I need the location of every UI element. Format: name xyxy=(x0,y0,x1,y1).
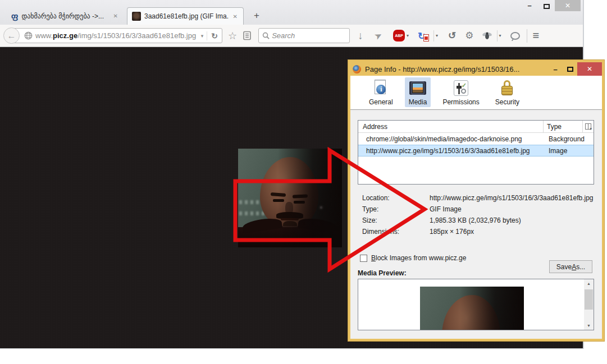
maximize-button[interactable] xyxy=(538,0,555,9)
detail-value: 1,985.33 KB (2,032,976 bytes) xyxy=(430,216,603,224)
dialog-body: Address Type chrome://global/skin/media/… xyxy=(350,110,602,338)
media-filmstrip-icon xyxy=(409,79,427,97)
preview-scrollbar[interactable]: ▲ ▼ xyxy=(584,279,594,330)
tab-label: Media xyxy=(409,98,427,106)
tab-label: Permissions xyxy=(442,98,479,106)
detail-location: Location: http://www.picz.ge/img/s1/1503… xyxy=(362,194,603,202)
detail-type: Type: GIF Image xyxy=(362,205,603,213)
minimize-button[interactable]: – xyxy=(521,0,538,10)
tab-label: Security xyxy=(495,98,519,106)
table-header[interactable]: Address Type xyxy=(358,121,594,133)
dialog-titlebar[interactable]: Page Info - http://www.picz.ge/img/s1/15… xyxy=(350,62,602,76)
table-row[interactable]: chrome://global/skin/media/imagedoc-dark… xyxy=(358,133,594,145)
scroll-up-icon[interactable]: ▲ xyxy=(584,279,594,288)
new-tab-button[interactable]: + xyxy=(249,10,264,21)
dialog-tab-bar: i General Media ✓ Permissions Security xyxy=(350,76,602,110)
url-text: www.picz.ge/img/s1/1503/16/3/3aad61e81ef… xyxy=(35,31,198,40)
tab-general[interactable]: i General xyxy=(365,77,397,107)
column-type[interactable]: Type xyxy=(543,121,582,132)
block-images-row: Block Images from www.picz.ge xyxy=(360,254,466,262)
media-address-table: Address Type chrome://global/skin/media/… xyxy=(358,120,594,185)
toolbar-divider xyxy=(433,30,434,42)
save-as-button[interactable]: Save As... xyxy=(549,260,592,273)
fly-dropdown-icon[interactable]: ▾ xyxy=(499,33,501,38)
tab-title: დახმარება მჭირდება ->... xyxy=(21,12,108,20)
media-preview-box: ▲ ▼ xyxy=(358,279,594,330)
row-type: Background xyxy=(545,135,594,143)
search-box[interactable] xyxy=(258,28,350,43)
tab-permissions[interactable]: ✓ Permissions xyxy=(439,77,483,107)
tab-close-icon[interactable]: ✕ xyxy=(112,12,119,20)
desktop: ფ დახმარება მჭირდება ->... ✕ 3aad61e81ef… xyxy=(0,0,607,364)
url-bar[interactable]: www.picz.ge/img/s1/1503/16/3/3aad61e81ef… xyxy=(11,28,222,43)
send-page-icon[interactable]: ➤ xyxy=(372,29,384,42)
security-lock-icon xyxy=(498,79,516,97)
bookmarks-panel-icon[interactable] xyxy=(243,31,252,40)
tab-label: General xyxy=(369,98,393,106)
downloads-icon[interactable]: ↓ xyxy=(358,30,363,42)
tab-title: 3aad61e81efb.jpg (GIF Ima... xyxy=(144,12,229,20)
detail-value: GIF Image xyxy=(430,205,603,213)
page-info-dialog: Page Info - http://www.picz.ge/img/s1/15… xyxy=(348,60,604,341)
detail-label: Size: xyxy=(362,216,430,224)
close-button[interactable]: ✕ xyxy=(555,0,581,11)
general-info-icon: i xyxy=(372,79,390,97)
firefox-icon xyxy=(353,65,361,73)
forum-favicon-icon: ფ xyxy=(11,12,18,21)
row-address: http://www.picz.ge/img/s1/1503/16/3/3aad… xyxy=(358,147,545,155)
search-icon xyxy=(262,32,270,39)
block-images-label: Block Images from www.picz.ge xyxy=(371,254,466,262)
dialog-minimize-button[interactable]: – xyxy=(548,65,563,73)
detail-label: Location: xyxy=(362,194,430,202)
globe-icon xyxy=(24,31,33,40)
detail-label: Dimensions: xyxy=(362,228,430,236)
detail-value: http://www.picz.ge/img/s1/1503/16/3/3aad… xyxy=(430,194,603,202)
pdf-converter-icon[interactable]: ↻ xyxy=(418,30,429,42)
navigation-toolbar: ← www.picz.ge/img/s1/1503/16/3/3aad61e81… xyxy=(0,25,583,47)
image-favicon-icon xyxy=(132,12,141,21)
search-input[interactable] xyxy=(272,31,334,40)
tab-forum[interactable]: ფ დახმარება მჭირდება ->... ✕ xyxy=(7,7,124,25)
tab-media[interactable]: Media xyxy=(405,77,431,107)
adblock-dropdown-icon[interactable]: ▾ xyxy=(407,33,409,38)
detail-size: Size: 1,985.33 KB (2,032,976 bytes) xyxy=(362,216,603,224)
feedback-bubble-icon[interactable] xyxy=(510,32,520,40)
dialog-window-controls: – ✕ xyxy=(548,62,602,76)
column-address[interactable]: Address xyxy=(358,123,543,131)
detail-label: Type: xyxy=(362,205,430,213)
window-controls: – ✕ xyxy=(521,0,581,11)
row-address: chrome://global/skin/media/imagedoc-dark… xyxy=(358,135,545,143)
reload-button[interactable]: ↻ xyxy=(207,31,222,40)
bookmark-star-icon[interactable]: ☆ xyxy=(228,30,237,42)
back-button[interactable]: ← xyxy=(3,27,20,44)
fly-extension-icon[interactable] xyxy=(482,31,492,40)
toolbar-divider xyxy=(527,29,527,43)
tab-strip: ფ დახმარება მჭირდება ->... ✕ 3aad61e81ef… xyxy=(0,0,583,25)
pdf-dropdown-icon[interactable]: ▾ xyxy=(436,33,438,38)
media-preview-label: Media Preview: xyxy=(358,269,407,277)
dialog-close-button[interactable]: ✕ xyxy=(577,62,602,76)
session-restore-icon[interactable]: ↺ xyxy=(448,30,456,42)
tab-close-icon[interactable]: ✕ xyxy=(232,12,239,21)
tab-image-active[interactable]: 3aad61e81efb.jpg (GIF Ima... ✕ xyxy=(127,7,244,25)
table-row-selected[interactable]: http://www.picz.ge/img/s1/1503/16/3/3aad… xyxy=(358,145,594,156)
detail-dimensions: Dimensions: 185px × 176px xyxy=(362,228,603,236)
dialog-title: Page Info - http://www.picz.ge/img/s1/15… xyxy=(365,65,548,73)
toolbar-divider xyxy=(497,30,498,42)
preview-image xyxy=(420,287,524,330)
column-picker-icon[interactable] xyxy=(582,121,594,132)
scroll-down-icon[interactable]: ▼ xyxy=(584,321,594,330)
url-dropdown-icon[interactable]: ▾ xyxy=(198,33,207,39)
adblock-plus-icon[interactable]: ABP xyxy=(393,30,405,42)
tab-security[interactable]: Security xyxy=(491,77,523,107)
menu-hamburger-icon[interactable]: ≡ xyxy=(533,29,540,42)
settings-gear-icon[interactable]: ⚙ xyxy=(465,30,473,42)
dialog-maximize-button[interactable] xyxy=(563,67,577,72)
scrollbar-thumb[interactable] xyxy=(585,289,593,310)
permissions-sliders-icon: ✓ xyxy=(452,79,470,97)
block-images-checkbox[interactable] xyxy=(360,255,367,262)
page-image xyxy=(238,149,342,247)
detail-value: 185px × 176px xyxy=(430,228,603,236)
row-type: Image xyxy=(545,147,594,155)
